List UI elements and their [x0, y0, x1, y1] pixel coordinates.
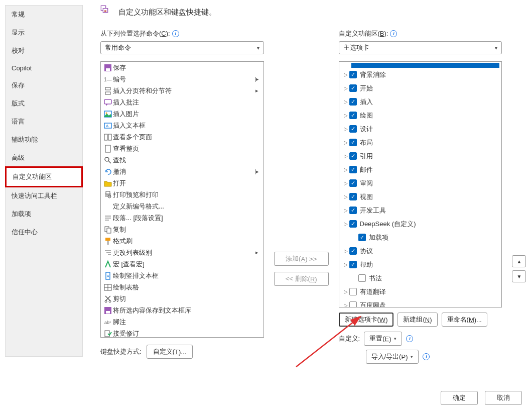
tree-item[interactable]: ▷百度网盘 [339, 298, 502, 308]
tree-checkbox[interactable] [349, 301, 357, 308]
tree-item[interactable]: ▷✓邮件 [339, 163, 502, 176]
command-item[interactable]: 宏 [查看宏] [101, 258, 263, 270]
expand-chevron-icon[interactable]: ▷ [342, 140, 349, 145]
expand-chevron-icon[interactable]: ▷ [342, 289, 349, 294]
sidebar-item[interactable]: 信任中心 [6, 223, 82, 241]
command-item[interactable]: 接受修订 [101, 328, 263, 338]
tree-item[interactable]: ▷✓协议 [339, 244, 502, 258]
expand-chevron-icon[interactable]: ▷ [342, 113, 349, 118]
tree-item[interactable]: ▷✓布局 [339, 136, 502, 149]
command-item[interactable]: 查看多个页面 [101, 131, 263, 143]
sidebar-item[interactable]: Copilot [6, 60, 82, 76]
command-item[interactable]: 段落... [段落设置] [101, 212, 263, 224]
command-item[interactable]: 撤消|▸ [101, 166, 263, 177]
tree-item[interactable]: ▷✓开始 [339, 81, 502, 95]
command-item[interactable]: ab¹脚注 [101, 316, 263, 328]
info-icon[interactable]: i [406, 335, 413, 342]
move-down-button[interactable]: ▼ [512, 270, 526, 282]
sidebar-item[interactable]: 自定义功能区 [5, 166, 83, 187]
command-item[interactable]: 插入分页符和分节符▸ [101, 85, 263, 96]
tree-checkbox[interactable] [349, 288, 357, 295]
command-item[interactable]: 查看整页 [101, 143, 263, 154]
ribbon-tabs-dropdown[interactable]: 主选项卡▾ [339, 41, 502, 54]
command-item[interactable]: 查找 [101, 154, 263, 166]
expand-chevron-icon[interactable]: ▷ [342, 72, 349, 77]
tree-checkbox[interactable]: ✓ [349, 98, 357, 106]
tree-item[interactable]: ▷✓视图 [339, 190, 502, 203]
expand-chevron-icon[interactable]: ▷ [342, 99, 349, 105]
sidebar-item[interactable]: 语言 [6, 113, 82, 131]
command-item[interactable]: 1—编号|▸ [101, 73, 263, 85]
tree-checkbox[interactable]: ✓ [349, 84, 357, 92]
tree-checkbox[interactable]: ✓ [349, 166, 357, 173]
tree-checkbox[interactable]: ✓ [349, 193, 357, 200]
command-item[interactable]: 将所选内容保存到文本框库 [101, 304, 263, 316]
expand-chevron-icon[interactable]: ▷ [342, 153, 349, 159]
ribbon-tree[interactable]: ▷✓背景消除▷✓开始▷✓插入▷✓绘图▷✓设计▷✓布局▷✓引用▷✓邮件▷✓审阅▷✓… [339, 61, 502, 308]
add-button[interactable]: 添加(A) >> [274, 252, 329, 266]
expand-chevron-icon[interactable]: ▷ [342, 167, 349, 172]
tree-item[interactable]: ▷✓加载项 [339, 231, 502, 244]
new-group-button[interactable]: 新建组(N) [397, 313, 437, 327]
sidebar-item[interactable]: 高级 [6, 149, 82, 167]
command-item[interactable]: 格式刷 [101, 235, 263, 247]
tree-item[interactable]: ▷✓插入 [339, 95, 502, 109]
info-icon[interactable]: i [172, 30, 179, 37]
sidebar-item[interactable]: 显示 [6, 24, 82, 42]
tree-item[interactable]: ▷✓背景消除 [339, 68, 502, 81]
expand-chevron-icon[interactable]: ▷ [342, 262, 349, 267]
command-item[interactable]: 剪切 [101, 293, 263, 304]
tree-checkbox[interactable]: ✓ [349, 220, 357, 228]
command-item[interactable]: 保存 [101, 62, 263, 73]
command-item[interactable]: A绘制竖排文本框 [101, 270, 263, 281]
sidebar-item[interactable]: 辅助功能 [6, 131, 82, 149]
tree-checkbox[interactable] [358, 274, 366, 282]
expand-chevron-icon[interactable]: ▷ [342, 221, 349, 227]
tree-checkbox[interactable]: ✓ [349, 261, 357, 268]
commands-listbox[interactable]: 保存1—编号|▸插入分页符和分节符▸插入批注插入图片A插入文本框查看多个页面查看… [100, 61, 264, 338]
tree-checkbox[interactable]: ✓ [358, 234, 366, 241]
tree-checkbox[interactable]: ✓ [349, 125, 357, 133]
tree-item[interactable]: ▷✓绘图 [339, 109, 502, 122]
sidebar-item[interactable]: 版式 [6, 94, 82, 113]
expand-chevron-icon[interactable]: ▷ [342, 302, 349, 308]
sidebar-item[interactable]: 校对 [6, 42, 82, 60]
tree-item[interactable]: ▷✓DeepSeek (自定义) [339, 217, 502, 231]
tree-item[interactable]: ▷✓帮助 [339, 258, 502, 271]
command-item[interactable]: 复制 [101, 224, 263, 235]
command-item[interactable]: A插入文本框 [101, 120, 263, 131]
customize-keyboard-button[interactable]: 自定义(T)... [147, 345, 193, 359]
command-item[interactable]: 打开 [101, 177, 263, 189]
expand-chevron-icon[interactable]: ▷ [342, 208, 349, 213]
tree-checkbox[interactable]: ✓ [349, 207, 357, 214]
tree-checkbox[interactable]: ✓ [349, 112, 357, 119]
rename-button[interactable]: 重命名(M)... [442, 313, 487, 327]
import-export-dropdown-button[interactable]: 导入/导出(P)▾ [366, 350, 419, 364]
expand-chevron-icon[interactable]: ▷ [342, 248, 349, 254]
expand-chevron-icon[interactable]: ▷ [342, 194, 349, 199]
command-item[interactable]: 绘制表格 [101, 281, 263, 293]
commands-source-dropdown[interactable]: 常用命令▾ [100, 41, 264, 54]
tree-checkbox[interactable]: ✓ [349, 179, 357, 187]
remove-button[interactable]: << 删除(R) [274, 272, 329, 286]
tree-checkbox[interactable]: ✓ [349, 139, 357, 146]
sidebar-item[interactable]: 加载项 [6, 205, 82, 223]
expand-chevron-icon[interactable]: ▷ [342, 180, 349, 186]
info-icon[interactable]: i [423, 353, 430, 360]
expand-chevron-icon[interactable]: ▷ [342, 126, 349, 132]
sidebar-item[interactable]: 快速访问工具栏 [6, 187, 82, 205]
info-icon[interactable]: i [390, 30, 397, 37]
tree-checkbox[interactable]: ✓ [349, 247, 357, 255]
command-item[interactable]: 插入图片 [101, 108, 263, 120]
tree-item[interactable]: ▷书法 [339, 271, 502, 285]
command-item[interactable]: 打印预览和打印 [101, 189, 263, 200]
move-up-button[interactable]: ▲ [512, 255, 526, 267]
tree-item[interactable]: ▷✓审阅 [339, 176, 502, 190]
tree-checkbox[interactable]: ✓ [349, 71, 357, 78]
expand-chevron-icon[interactable]: ▷ [342, 85, 349, 91]
tree-item[interactable]: ▷有道翻译 [339, 285, 502, 298]
command-item[interactable]: 更改列表级别▸ [101, 247, 263, 258]
command-item[interactable]: 插入批注 [101, 96, 263, 108]
tree-item[interactable]: ▷✓引用 [339, 149, 502, 163]
command-item[interactable]: 定义新编号格式... [101, 200, 263, 212]
